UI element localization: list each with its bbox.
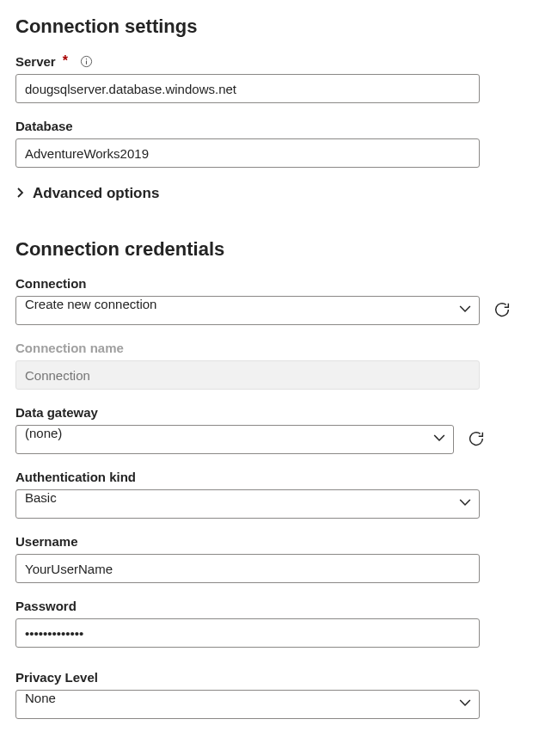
password-input[interactable] (15, 618, 480, 648)
server-input[interactable] (15, 74, 480, 103)
required-asterisk: * (63, 53, 68, 69)
username-label: Username (15, 534, 78, 549)
auth-kind-label: Authentication kind (15, 470, 136, 484)
password-field: Password (15, 599, 518, 648)
privacy-level-field: Privacy Level None (15, 670, 518, 719)
password-label: Password (15, 599, 77, 613)
chevron-right-icon (15, 186, 26, 201)
privacy-level-label: Privacy Level (15, 670, 98, 685)
refresh-icon (493, 300, 512, 322)
server-field: Server * (15, 53, 518, 103)
data-gateway-field: Data gateway (none) (15, 405, 518, 454)
refresh-gateway-button[interactable] (466, 429, 487, 450)
auth-kind-select[interactable]: Basic (15, 489, 480, 519)
connection-name-field: Connection name (15, 341, 518, 390)
auth-kind-field: Authentication kind Basic (15, 470, 518, 519)
connection-name-input (15, 360, 480, 390)
database-field: Database (15, 119, 518, 168)
data-gateway-label: Data gateway (15, 405, 98, 420)
server-label: Server (15, 54, 56, 69)
connection-settings-heading: Connection settings (15, 15, 518, 38)
connection-select[interactable]: Create new connection (15, 296, 480, 325)
connection-field: Connection Create new connection (15, 276, 518, 325)
connection-label: Connection (15, 276, 87, 291)
connection-name-label: Connection name (15, 341, 124, 355)
svg-point-1 (86, 58, 87, 59)
privacy-level-select[interactable]: None (15, 690, 480, 719)
username-field: Username (15, 534, 518, 583)
data-gateway-select[interactable]: (none) (15, 425, 454, 454)
database-input[interactable] (15, 138, 480, 168)
advanced-options-label: Advanced options (33, 185, 159, 202)
refresh-icon (467, 429, 486, 451)
advanced-options-toggle[interactable]: Advanced options (15, 185, 518, 202)
database-label: Database (15, 119, 73, 133)
connection-credentials-heading: Connection credentials (15, 238, 518, 261)
refresh-connection-button[interactable] (492, 300, 512, 321)
info-icon[interactable] (80, 55, 93, 68)
username-input[interactable] (15, 554, 480, 583)
